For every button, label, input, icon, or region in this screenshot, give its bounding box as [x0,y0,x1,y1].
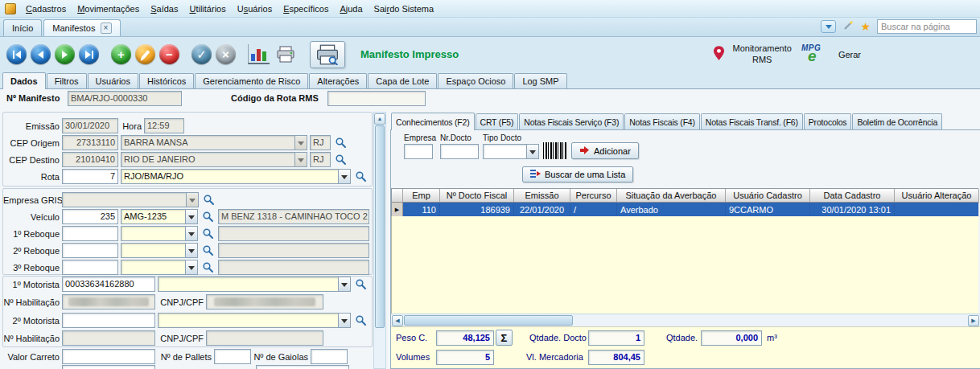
monitoramento-rms-button[interactable]: Monitoramento RMS [733,43,792,64]
chevron-down-icon[interactable] [526,144,539,159]
chevron-down-icon[interactable] [186,192,199,207]
confirm-button[interactable]: ✓ [191,44,212,64]
grid-col-percurso[interactable]: Percurso [570,189,617,203]
tab-crt-f5[interactable]: CRT (F5) [476,113,519,129]
menu-item-sair-do-sistema[interactable]: Sair do Sistema [369,0,440,17]
tipo-docto-select[interactable] [483,144,539,159]
pallets-field[interactable] [214,349,251,364]
chevron-down-icon[interactable] [185,243,198,258]
grid-col-situacao-da-averbacao[interactable]: Situação da Averbação [617,189,726,203]
tab-usuarios[interactable]: Usuários [88,73,138,88]
scroll-up-button[interactable]: ▲ [374,113,385,125]
reboque3-combo[interactable] [121,260,198,275]
tab-historicos[interactable]: Históricos [139,73,194,88]
search-icon[interactable] [200,226,216,241]
empresa-gris-combo[interactable] [62,192,199,207]
cancel-button[interactable]: × [216,44,236,64]
grid-col-data-cadastro[interactable]: Data Cadastro [810,189,895,203]
edit-record-button[interactable] [135,44,155,64]
grid-col-emp[interactable]: Emp [403,189,440,203]
scroll-left-button[interactable]: ◀ [392,315,403,326]
reboque2-codigo-field[interactable] [62,243,118,258]
tab-conhecimentos-f2[interactable]: Conhecimentos (F2) [391,113,475,130]
sigma-button[interactable]: Σ [496,330,513,346]
valor-carreto-field[interactable] [62,349,155,364]
veiculo-placa-combo[interactable]: AMG-1235 [121,209,198,224]
chevron-down-icon[interactable] [294,152,307,167]
menu-item-ajuda[interactable]: Ajuda [334,0,368,17]
grid-col-usuario-cadastro[interactable]: Usuário Cadastro [726,189,810,203]
menu-item-especificos[interactable]: Específicos [278,0,334,17]
search-icon[interactable] [353,313,369,328]
scrollbar-thumb[interactable] [375,125,385,328]
tab-protocolos[interactable]: Protocolos [804,113,852,129]
reboque2-combo[interactable] [121,243,198,258]
chevron-down-icon[interactable] [338,169,351,184]
map-pin-icon[interactable] [713,46,725,63]
motorista1-combo[interactable] [158,277,351,292]
search-icon[interactable] [201,192,216,207]
reboque3-codigo-field[interactable] [62,260,118,275]
search-icon[interactable] [353,277,369,292]
motorista1-codigo-field[interactable]: 00033634162880 [62,277,155,292]
grid-col-n-docto-fiscal[interactable]: Nº Docto Fiscal [440,189,514,203]
reboque1-combo[interactable] [121,226,198,241]
tab-espaco-ocioso[interactable]: Espaço Ocioso [438,73,513,88]
menu-item-usuarios[interactable]: Usuários [232,0,278,17]
tab-alteracoes[interactable]: Alterações [309,73,367,88]
menu-item-cadastros[interactable]: Cadastros [20,0,72,17]
search-icon[interactable] [333,152,348,167]
chevron-down-icon[interactable] [185,209,198,224]
delete-record-button[interactable]: − [159,44,179,64]
tab-filtros[interactable]: Filtros [47,73,87,88]
chevron-down-icon[interactable] [338,277,351,292]
star-icon[interactable]: ★ [860,21,871,32]
rota-combo[interactable]: RJO/BMA/RJO [121,169,351,184]
tab-boletim-de-ocorrencia[interactable]: Boletim de Ocorrência [852,113,942,129]
menu-item-utilitarios[interactable]: Utilitários [183,0,231,17]
tab-log-smp[interactable]: Log SMP [514,73,566,88]
adicionar-button[interactable]: Adicionar [571,142,639,159]
reboque1-codigo-field[interactable] [62,226,118,241]
first-record-button[interactable] [6,44,27,64]
scroll-right-button[interactable]: ▶ [968,315,979,326]
menu-item-saidas[interactable]: Saídas [145,0,183,17]
veiculo-codigo-field[interactable]: 235 [62,209,118,224]
search-icon[interactable] [200,209,216,224]
chevron-down-icon[interactable] [185,260,198,275]
print-button[interactable] [274,43,298,65]
grid-horizontal-scrollbar[interactable]: ◀ ▶ [391,314,980,326]
search-icon[interactable] [200,260,216,275]
tab-dados[interactable]: Dados [2,72,46,89]
chevron-down-icon[interactable] [338,313,351,328]
tab-notas-fiscais-servico-f3[interactable]: Notas Fiscais Serviço (F3) [519,113,624,129]
tab-close-icon[interactable]: × [101,23,112,34]
grid-col-usuario-alteracao[interactable]: Usuário Alteração [895,189,979,203]
tab-capa-de-lote[interactable]: Capa de Lote [368,73,437,88]
chevron-down-icon[interactable] [294,135,307,150]
motorista2-combo[interactable] [158,313,351,328]
tab-notas-fiscais-f4[interactable]: Notas Fiscais (F4) [624,113,700,129]
motorista2-codigo-field[interactable] [62,313,155,328]
next-record-button[interactable] [55,44,75,64]
search-icon[interactable] [333,135,348,150]
search-icon[interactable] [353,169,369,184]
buscar-lista-button[interactable]: Buscar de uma Lista [522,166,633,182]
chart-button[interactable] [248,44,270,64]
chevron-down-icon[interactable] [185,226,198,241]
print-preview-button[interactable] [310,41,345,68]
menu-item-movimentacoes[interactable]: Movimentações [72,0,145,17]
search-input[interactable] [877,19,977,34]
mpg-logo[interactable]: MPG e [800,43,830,66]
search-icon[interactable] [200,243,216,258]
add-record-button[interactable]: + [111,44,131,64]
lacre-field[interactable] [256,365,349,369]
left-panel-scrollbar[interactable]: ▲ [373,112,386,369]
rota-codigo-field[interactable]: 7 [62,169,118,184]
gerar-button[interactable]: Gerar [838,50,861,59]
scrollbar-thumb[interactable] [404,315,573,326]
wand-icon[interactable] [842,20,854,33]
nr-docto-input[interactable] [440,144,479,159]
previous-record-button[interactable] [31,44,51,64]
tab-inicio[interactable]: Início [3,19,42,36]
